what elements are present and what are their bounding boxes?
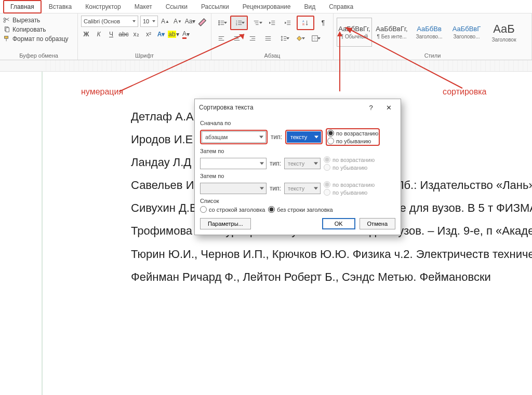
numbering-button[interactable]: 123 bbox=[232, 17, 246, 29]
svg-text:3: 3 bbox=[236, 23, 237, 26]
multilevel-button[interactable] bbox=[250, 17, 263, 29]
grow-font-button[interactable]: A▲ bbox=[160, 16, 170, 26]
highlight-button[interactable]: ab▾ bbox=[168, 29, 179, 39]
tab-insert[interactable]: Вставка bbox=[43, 1, 78, 12]
sort-by-field-select[interactable]: абзацам bbox=[202, 131, 266, 143]
desc-radio-3: по убыванию bbox=[324, 189, 375, 196]
font-color-button[interactable]: A▾ bbox=[181, 29, 191, 39]
sort-button[interactable]: АЯ bbox=[299, 17, 312, 29]
svg-point-6 bbox=[218, 22, 220, 24]
cancel-button[interactable]: Отмена bbox=[360, 218, 395, 229]
align-right-button[interactable] bbox=[246, 32, 259, 45]
underline-button[interactable]: Ч bbox=[106, 29, 116, 39]
bullets-button[interactable] bbox=[215, 17, 228, 29]
svg-text:А: А bbox=[302, 20, 304, 23]
borders-button[interactable] bbox=[308, 32, 322, 45]
justify-icon bbox=[264, 35, 272, 42]
style-heading1[interactable]: АаБбВвЗаголово... bbox=[411, 18, 447, 47]
style-no-spacing[interactable]: АаБбВвГг,¶ Без инте... bbox=[374, 18, 409, 47]
bucket-icon bbox=[296, 35, 303, 42]
desc-radio-2: по убыванию bbox=[324, 164, 375, 171]
justify-button[interactable] bbox=[261, 32, 275, 45]
svg-text:Я: Я bbox=[302, 23, 304, 26]
first-by-label: Сначала по bbox=[200, 120, 395, 126]
cut-button[interactable]: Вырезать bbox=[3, 16, 74, 25]
no-header-row-radio[interactable]: без строки заголовка bbox=[268, 206, 332, 213]
font-group-label: Шрифт bbox=[81, 51, 208, 60]
tab-home[interactable]: Главная bbox=[3, 0, 42, 13]
superscript-button[interactable]: x² bbox=[143, 29, 154, 39]
header-row-radio[interactable]: со строкой заголовка bbox=[200, 206, 265, 213]
style-heading2[interactable]: АаБбВвГЗаголово... bbox=[449, 18, 484, 47]
list-item[interactable]: Тюрин Ю.И., Чернов И.П., Крючков Ю.Ю. Фи… bbox=[126, 246, 532, 263]
font-size-select[interactable]: 10 bbox=[140, 16, 158, 27]
group-paragraph: 123 АЯ ¶ Абзац bbox=[211, 13, 334, 60]
shrink-font-button[interactable]: A▼ bbox=[172, 16, 183, 26]
strike-button[interactable]: abc bbox=[118, 29, 129, 39]
show-marks-button[interactable]: ¶ bbox=[316, 17, 330, 29]
tab-mailings[interactable]: Рассылки bbox=[195, 1, 235, 12]
svg-point-0 bbox=[4, 21, 6, 23]
change-case-button[interactable]: Aa▾ bbox=[185, 16, 195, 26]
styles-gallery[interactable]: АаБбВвГг,¶ Обычный АаБбВвГг,¶ Без инте..… bbox=[337, 16, 528, 47]
indent-dec-button[interactable] bbox=[265, 17, 279, 29]
ruler[interactable] bbox=[0, 60, 532, 72]
eraser-icon bbox=[197, 16, 208, 26]
list-item[interactable]: Фейнман Ричард Ф., Лейтон Роберт Б., Сэн… bbox=[126, 268, 532, 286]
line-spacing-button[interactable] bbox=[277, 32, 290, 45]
tab-review[interactable]: Рецензирование bbox=[236, 1, 297, 12]
ribbon-tabs: Главная Вставка Конструктор Макет Ссылки… bbox=[0, 0, 532, 13]
align-left-button[interactable] bbox=[215, 32, 228, 45]
asc-radio-2: по возрастанию bbox=[324, 156, 375, 163]
brush-icon bbox=[3, 35, 10, 43]
italic-button[interactable]: К bbox=[94, 29, 104, 39]
svg-rect-3 bbox=[6, 28, 9, 32]
sort-type-1-select[interactable]: тексту bbox=[287, 131, 321, 143]
shading-button[interactable] bbox=[292, 32, 306, 45]
tab-references[interactable]: Ссылки bbox=[159, 1, 194, 12]
sort-type-2-select[interactable]: тексту bbox=[284, 158, 321, 169]
tab-layout[interactable]: Макет bbox=[128, 1, 158, 12]
dialog-titlebar: Сортировка текста ? ✕ bbox=[195, 99, 401, 116]
numbering-icon: 123 bbox=[235, 19, 243, 26]
then-by-1-select[interactable] bbox=[200, 158, 267, 169]
line-spacing-icon bbox=[280, 35, 287, 42]
bold-button[interactable]: Ж bbox=[81, 29, 91, 39]
group-styles: АаБбВвГг,¶ Обычный АаБбВвГг,¶ Без инте..… bbox=[334, 13, 532, 60]
sort-dialog: Сортировка текста ? ✕ Сначала по абзацам… bbox=[194, 99, 401, 235]
sort-icon: АЯ bbox=[302, 19, 309, 26]
close-button[interactable]: ✕ bbox=[381, 102, 396, 113]
styles-group-label: Стили bbox=[337, 51, 528, 60]
indent-inc-button[interactable] bbox=[281, 17, 295, 29]
then-by-label-2: Затем по bbox=[200, 173, 395, 179]
copy-icon bbox=[3, 26, 10, 33]
copy-button[interactable]: Копировать bbox=[3, 25, 74, 34]
multilevel-icon bbox=[253, 19, 260, 26]
font-name-select[interactable]: Calibri (Основ bbox=[81, 16, 138, 27]
ok-button[interactable]: OK bbox=[322, 218, 355, 229]
format-painter-label: Формат по образцу bbox=[12, 35, 69, 43]
format-painter-button[interactable]: Формат по образцу bbox=[3, 34, 74, 44]
svg-point-5 bbox=[218, 20, 220, 22]
tab-view[interactable]: Вид bbox=[298, 1, 322, 12]
style-normal[interactable]: АаБбВвГг,¶ Обычный bbox=[337, 18, 372, 47]
indent-left-icon bbox=[269, 19, 276, 26]
text-effects-button[interactable]: A▾ bbox=[156, 29, 166, 39]
bullets-icon bbox=[218, 19, 225, 26]
dialog-title: Сортировка текста bbox=[199, 104, 254, 111]
clear-format-button[interactable] bbox=[197, 16, 208, 26]
list-section-label: Список bbox=[200, 198, 395, 204]
copy-label: Копировать bbox=[12, 26, 46, 33]
subscript-button[interactable]: x₂ bbox=[131, 29, 141, 39]
align-center-button[interactable] bbox=[230, 32, 244, 45]
help-button[interactable]: ? bbox=[363, 102, 379, 113]
borders-icon bbox=[311, 35, 318, 42]
desc-radio-1[interactable]: по убыванию bbox=[327, 138, 378, 144]
tab-help[interactable]: Справка bbox=[323, 1, 360, 12]
tab-design[interactable]: Конструктор bbox=[79, 1, 127, 12]
style-title[interactable]: АаБЗаголовок bbox=[486, 18, 522, 47]
options-button[interactable]: Параметры... bbox=[200, 218, 251, 229]
type-label-1: тип: bbox=[271, 133, 282, 141]
group-font: Calibri (Основ 10 A▲ A▼ Aa▾ Ж К Ч abc x₂… bbox=[78, 13, 211, 60]
asc-radio-1[interactable]: по возрастанию bbox=[327, 130, 378, 137]
